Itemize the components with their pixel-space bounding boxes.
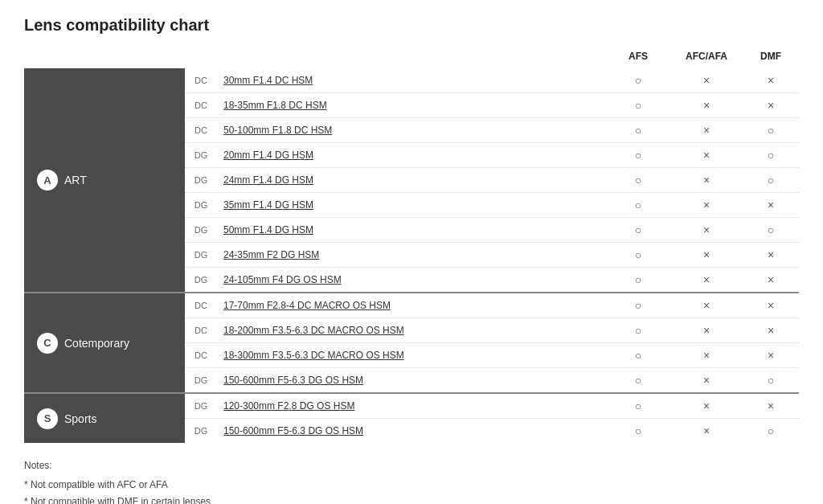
lens-link[interactable]: 18-200mm F3.5-6.3 DC MACRO OS HSM: [223, 325, 404, 336]
page-title: Lens compatibility chart: [24, 16, 799, 35]
dmf-symbol: ×: [743, 268, 799, 293]
afcafa-symbol: ×: [670, 193, 743, 218]
afcafa-symbol: ×: [670, 168, 743, 193]
dmf-symbol: ×: [743, 293, 799, 318]
lens-name[interactable]: 18-35mm F1.8 DC HSM: [217, 93, 606, 118]
afcafa-symbol: ×: [670, 218, 743, 243]
lens-link[interactable]: 50-100mm F1.8 DC HSM: [223, 125, 332, 136]
lens-name[interactable]: 50-100mm F1.8 DC HSM: [217, 118, 606, 143]
col-header-name: [217, 47, 606, 68]
dmf-symbol: ○: [743, 218, 799, 243]
note-item: * Not compatible with AFC or AFA: [24, 477, 799, 494]
lens-name[interactable]: 20mm F1.4 DG HSM: [217, 143, 606, 168]
afs-symbol: ○: [606, 343, 670, 368]
lens-link[interactable]: 150-600mm F5-6.3 DG OS HSM: [223, 375, 363, 386]
col-header-afs: AFS: [606, 47, 670, 68]
compatibility-table: AFS AFC/AFA DMF AARTDC30mm F1.4 DC HSM○×…: [24, 47, 799, 443]
dmf-symbol: ○: [743, 168, 799, 193]
afs-symbol: ○: [606, 368, 670, 394]
table-row: AARTDC30mm F1.4 DC HSM○××: [24, 68, 799, 93]
category-cell-sports: SSports: [24, 393, 185, 443]
lens-name[interactable]: 24mm F1.4 DG HSM: [217, 168, 606, 193]
dmf-symbol: ×: [743, 393, 799, 419]
afs-symbol: ○: [606, 243, 670, 268]
lens-name[interactable]: 150-600mm F5-6.3 DG OS HSM: [217, 368, 606, 394]
lens-type: DC: [185, 318, 217, 343]
afcafa-symbol: ×: [670, 143, 743, 168]
dmf-symbol: ×: [743, 343, 799, 368]
lens-name[interactable]: 50mm F1.4 DG HSM: [217, 218, 606, 243]
lens-link[interactable]: 50mm F1.4 DG HSM: [223, 224, 313, 236]
lens-name[interactable]: 30mm F1.4 DC HSM: [217, 68, 606, 93]
lens-name[interactable]: 24-105mm F4 DG OS HSM: [217, 268, 606, 293]
lens-link[interactable]: 30mm F1.4 DC HSM: [223, 75, 313, 86]
dmf-symbol: ×: [743, 93, 799, 118]
lens-link[interactable]: 24-105mm F4 DG OS HSM: [223, 274, 342, 285]
afcafa-symbol: ×: [670, 118, 743, 143]
lens-type: DG: [185, 243, 217, 268]
afs-symbol: ○: [606, 143, 670, 168]
table-row: CCotemporaryDC17-70mm F2.8-4 DC MACRO OS…: [24, 293, 799, 318]
category-cell-art: AART: [24, 68, 185, 293]
lens-type: DG: [185, 419, 217, 444]
lens-name[interactable]: 150-600mm F5-6.3 DG OS HSM: [217, 419, 606, 444]
lens-link[interactable]: 35mm F1.4 DG HSM: [223, 199, 313, 211]
lens-type: DC: [185, 343, 217, 368]
category-badge-art: A: [37, 170, 58, 191]
lens-type: DG: [185, 393, 217, 419]
afs-symbol: ○: [606, 318, 670, 343]
lens-type: DC: [185, 118, 217, 143]
afcafa-symbol: ×: [670, 93, 743, 118]
lens-type: DG: [185, 218, 217, 243]
afcafa-symbol: ×: [670, 343, 743, 368]
lens-type: DG: [185, 143, 217, 168]
dmf-symbol: ×: [743, 68, 799, 93]
lens-type: DG: [185, 193, 217, 218]
afs-symbol: ○: [606, 168, 670, 193]
lens-name[interactable]: 24-35mm F2 DG HSM: [217, 243, 606, 268]
lens-name[interactable]: 120-300mm F2.8 DG OS HSM: [217, 393, 606, 419]
lens-link[interactable]: 24-35mm F2 DG HSM: [223, 249, 319, 260]
col-header-type: [185, 47, 217, 68]
lens-link[interactable]: 18-300mm F3.5-6.3 DC MACRO OS HSM: [223, 350, 404, 361]
afcafa-symbol: ×: [670, 268, 743, 293]
lens-link[interactable]: 20mm F1.4 DG HSM: [223, 150, 313, 161]
afs-symbol: ○: [606, 419, 670, 444]
lens-link[interactable]: 18-35mm F1.8 DC HSM: [223, 100, 327, 111]
afs-symbol: ○: [606, 393, 670, 419]
lens-type: DG: [185, 368, 217, 394]
notes-section: Notes: * Not compatible with AFC or AFA*…: [24, 457, 799, 504]
afs-symbol: ○: [606, 118, 670, 143]
lens-type: DC: [185, 68, 217, 93]
col-header-afcafa: AFC/AFA: [670, 47, 743, 68]
lens-link[interactable]: 120-300mm F2.8 DG OS HSM: [223, 400, 354, 412]
lens-name[interactable]: 18-200mm F3.5-6.3 DC MACRO OS HSM: [217, 318, 606, 343]
category-cell-contemporary: CCotemporary: [24, 293, 185, 393]
afcafa-symbol: ×: [670, 68, 743, 93]
category-badge-contemporary: C: [37, 333, 58, 354]
afs-symbol: ○: [606, 68, 670, 93]
afcafa-symbol: ×: [670, 368, 743, 394]
lens-type: DG: [185, 168, 217, 193]
lens-link[interactable]: 150-600mm F5-6.3 DG OS HSM: [223, 425, 363, 436]
note-item: * Not compatible with DMF in certain len…: [24, 494, 799, 504]
lens-name[interactable]: 17-70mm F2.8-4 DC MACRO OS HSM: [217, 293, 606, 318]
notes-title: Notes:: [24, 457, 799, 475]
lens-type: DG: [185, 268, 217, 293]
category-badge-sports: S: [37, 408, 58, 429]
lens-link[interactable]: 17-70mm F2.8-4 DC MACRO OS HSM: [223, 300, 391, 311]
dmf-symbol: ×: [743, 318, 799, 343]
lens-name[interactable]: 18-300mm F3.5-6.3 DC MACRO OS HSM: [217, 343, 606, 368]
lens-type: DC: [185, 293, 217, 318]
table-row: SSportsDG120-300mm F2.8 DG OS HSM○××: [24, 393, 799, 419]
lens-type: DC: [185, 93, 217, 118]
dmf-symbol: ○: [743, 368, 799, 394]
afcafa-symbol: ×: [670, 293, 743, 318]
lens-link[interactable]: 24mm F1.4 DG HSM: [223, 174, 313, 186]
afcafa-symbol: ×: [670, 318, 743, 343]
lens-name[interactable]: 35mm F1.4 DG HSM: [217, 193, 606, 218]
afcafa-symbol: ×: [670, 419, 743, 444]
afs-symbol: ○: [606, 218, 670, 243]
afs-symbol: ○: [606, 268, 670, 293]
afs-symbol: ○: [606, 93, 670, 118]
